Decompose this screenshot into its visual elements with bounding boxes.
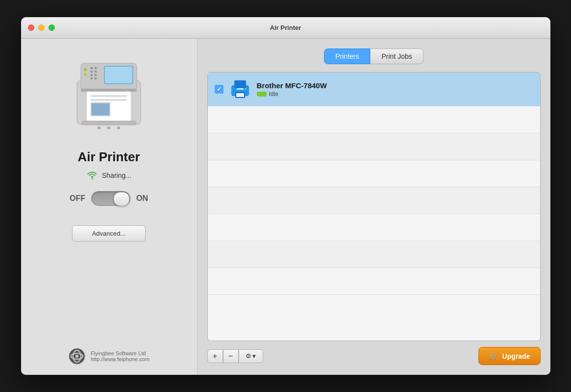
svg-rect-20 [82, 121, 136, 125]
svg-rect-19 [92, 103, 109, 115]
toolbar-left: + − ⚙ ▾ [207, 349, 263, 363]
svg-rect-14 [81, 89, 137, 92]
svg-point-5 [84, 73, 87, 76]
sharing-row: Sharing... [86, 171, 131, 180]
svg-point-28 [75, 355, 78, 358]
printer-checkbox[interactable]: ✓ [215, 85, 223, 94]
svg-point-22 [107, 126, 110, 129]
svg-rect-16 [91, 95, 127, 97]
printer-item-info: Brother MFC-7840W Idle [257, 81, 327, 98]
svg-point-10 [91, 74, 93, 76]
svg-point-13 [95, 77, 97, 80]
tab-printers[interactable]: Printers [324, 49, 370, 64]
empty-row-2 [208, 133, 540, 160]
svg-point-21 [98, 126, 100, 129]
dropdown-arrow-icon: ▾ [252, 352, 256, 360]
company-url: http://www.feiphone.com [91, 356, 149, 362]
toggle-on-label: ON [136, 194, 148, 203]
status-indicator [257, 92, 267, 97]
toggle-switch[interactable] [91, 191, 130, 206]
toggle-off-label: OFF [70, 194, 85, 203]
company-logo-icon [68, 347, 86, 365]
svg-rect-32 [237, 88, 244, 90]
svg-point-4 [84, 68, 87, 71]
svg-rect-30 [234, 80, 246, 88]
printers-list: ✓ Brother MFC-7840W [207, 72, 541, 341]
company-info: Flyingbee Software Ltd http://www.feipho… [68, 347, 149, 365]
svg-point-33 [245, 88, 247, 90]
empty-row-4 [208, 187, 540, 214]
printer-list-item[interactable]: ✓ Brother MFC-7840W [208, 73, 540, 106]
empty-row-5 [208, 214, 540, 241]
toggle-knob [114, 192, 129, 206]
right-panel: Printers Print Jobs ✓ [198, 39, 550, 375]
add-printer-button[interactable]: + [207, 349, 223, 363]
empty-row-3 [208, 160, 540, 187]
tab-print-jobs[interactable]: Print Jobs [370, 49, 423, 64]
svg-point-24 [92, 178, 93, 180]
advanced-button[interactable]: Advanced... [72, 225, 146, 242]
svg-rect-34 [236, 93, 244, 97]
svg-point-9 [95, 71, 97, 73]
left-panel: Air Printer Sharing... OFF ON Advanced. [21, 39, 198, 375]
sharing-text: Sharing... [102, 172, 131, 179]
app-window: Air Printer [21, 17, 550, 375]
window-title: Air Printer [270, 24, 301, 31]
maximize-button[interactable] [49, 24, 55, 31]
titlebar: Air Printer [21, 17, 550, 39]
printer-status-row: Idle [257, 91, 327, 98]
titlebar-buttons [28, 24, 55, 31]
tabs-row: Printers Print Jobs [207, 49, 541, 64]
empty-row-1 [208, 106, 540, 133]
cart-icon: 🛒 [489, 351, 498, 361]
company-name: Flyingbee Software Ltd [91, 350, 149, 356]
close-button[interactable] [28, 24, 34, 31]
svg-point-7 [95, 67, 97, 70]
svg-point-23 [117, 126, 120, 129]
empty-rows [208, 106, 540, 295]
remove-printer-button[interactable]: − [223, 349, 239, 363]
svg-point-6 [91, 67, 93, 70]
gear-icon: ⚙ [246, 352, 251, 360]
printer-name: Brother MFC-7840W [257, 81, 327, 90]
window-body: Air Printer Sharing... OFF ON Advanced. [21, 39, 550, 375]
svg-point-8 [91, 71, 93, 73]
upgrade-button[interactable]: 🛒 Upgrade [478, 347, 541, 365]
printer-status: Idle [269, 91, 278, 98]
empty-row-6 [208, 241, 540, 268]
printer-item-icon [229, 78, 251, 100]
toolbar-row: + − ⚙ ▾ 🛒 Upgrade [207, 347, 541, 365]
empty-row-7 [208, 268, 540, 295]
svg-point-12 [91, 77, 93, 80]
wifi-icon [86, 171, 98, 180]
svg-point-11 [95, 74, 97, 76]
minimize-button[interactable] [38, 24, 45, 31]
app-title: Air Printer [77, 149, 140, 165]
printer-image [62, 53, 155, 142]
svg-rect-3 [105, 67, 132, 83]
svg-rect-17 [91, 99, 127, 101]
upgrade-label: Upgrade [502, 352, 530, 360]
toggle-row: OFF ON [70, 191, 148, 206]
company-text: Flyingbee Software Ltd http://www.feipho… [91, 350, 149, 362]
settings-button[interactable]: ⚙ ▾ [239, 349, 263, 363]
